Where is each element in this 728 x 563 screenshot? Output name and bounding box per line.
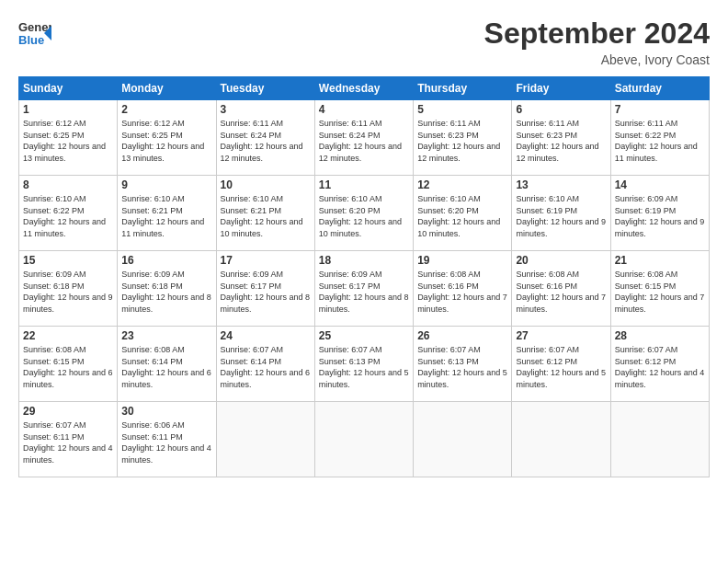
day-number: 23 bbox=[121, 329, 211, 342]
day-info: Sunrise: 6:11 AMSunset: 6:23 PMDaylight:… bbox=[417, 118, 507, 164]
table-row: 10Sunrise: 6:10 AMSunset: 6:21 PMDayligh… bbox=[216, 176, 314, 251]
day-info: Sunrise: 6:07 AMSunset: 6:12 PMDaylight:… bbox=[516, 344, 606, 390]
title-block: September 2024 Abeve, Ivory Coast bbox=[484, 17, 710, 67]
table-row: 28Sunrise: 6:07 AMSunset: 6:12 PMDayligh… bbox=[610, 327, 709, 402]
col-thursday: Thursday bbox=[414, 77, 512, 100]
day-info: Sunrise: 6:09 AMSunset: 6:17 PMDaylight:… bbox=[221, 269, 311, 315]
day-info: Sunrise: 6:10 AMSunset: 6:22 PMDaylight:… bbox=[23, 193, 113, 239]
day-info: Sunrise: 6:10 AMSunset: 6:21 PMDaylight:… bbox=[121, 193, 211, 239]
table-row: 23Sunrise: 6:08 AMSunset: 6:14 PMDayligh… bbox=[118, 327, 216, 402]
day-number: 10 bbox=[221, 178, 311, 191]
logo: General Blue bbox=[18, 17, 51, 50]
table-row: 16Sunrise: 6:09 AMSunset: 6:18 PMDayligh… bbox=[118, 251, 216, 327]
empty-cell bbox=[216, 402, 314, 477]
day-number: 6 bbox=[516, 103, 606, 116]
day-info: Sunrise: 6:07 AMSunset: 6:11 PMDaylight:… bbox=[23, 419, 113, 465]
day-info: Sunrise: 6:08 AMSunset: 6:16 PMDaylight:… bbox=[417, 269, 507, 315]
day-number: 28 bbox=[615, 329, 705, 342]
table-row: 30Sunrise: 6:06 AMSunset: 6:11 PMDayligh… bbox=[118, 402, 216, 477]
table-row: 20Sunrise: 6:08 AMSunset: 6:16 PMDayligh… bbox=[512, 251, 610, 327]
day-info: Sunrise: 6:10 AMSunset: 6:19 PMDaylight:… bbox=[516, 193, 606, 239]
day-info: Sunrise: 6:08 AMSunset: 6:14 PMDaylight:… bbox=[121, 344, 211, 390]
table-row: 17Sunrise: 6:09 AMSunset: 6:17 PMDayligh… bbox=[216, 251, 314, 327]
col-monday: Monday bbox=[118, 77, 216, 100]
table-row: 7Sunrise: 6:11 AMSunset: 6:22 PMDaylight… bbox=[610, 100, 709, 176]
day-info: Sunrise: 6:10 AMSunset: 6:20 PMDaylight:… bbox=[417, 193, 507, 239]
table-row: 25Sunrise: 6:07 AMSunset: 6:13 PMDayligh… bbox=[314, 327, 413, 402]
calendar-row: 29Sunrise: 6:07 AMSunset: 6:11 PMDayligh… bbox=[19, 402, 710, 477]
col-sunday: Sunday bbox=[19, 77, 118, 100]
table-row: 12Sunrise: 6:10 AMSunset: 6:20 PMDayligh… bbox=[414, 176, 512, 251]
day-number: 12 bbox=[417, 178, 507, 191]
day-number: 22 bbox=[23, 329, 113, 342]
month-title: September 2024 bbox=[484, 17, 710, 51]
calendar-row: 22Sunrise: 6:08 AMSunset: 6:15 PMDayligh… bbox=[19, 327, 710, 402]
calendar-row: 8Sunrise: 6:10 AMSunset: 6:22 PMDaylight… bbox=[19, 176, 710, 251]
table-row: 2Sunrise: 6:12 AMSunset: 6:25 PMDaylight… bbox=[118, 100, 216, 176]
day-info: Sunrise: 6:07 AMSunset: 6:12 PMDaylight:… bbox=[615, 344, 705, 390]
day-info: Sunrise: 6:12 AMSunset: 6:25 PMDaylight:… bbox=[23, 118, 113, 164]
table-row: 13Sunrise: 6:10 AMSunset: 6:19 PMDayligh… bbox=[512, 176, 610, 251]
day-number: 29 bbox=[23, 405, 113, 418]
table-row: 1Sunrise: 6:12 AMSunset: 6:25 PMDaylight… bbox=[19, 100, 118, 176]
day-info: Sunrise: 6:09 AMSunset: 6:18 PMDaylight:… bbox=[23, 269, 113, 315]
day-number: 4 bbox=[319, 103, 409, 116]
table-row: 8Sunrise: 6:10 AMSunset: 6:22 PMDaylight… bbox=[19, 176, 118, 251]
day-info: Sunrise: 6:08 AMSunset: 6:15 PMDaylight:… bbox=[615, 269, 705, 315]
table-row: 21Sunrise: 6:08 AMSunset: 6:15 PMDayligh… bbox=[610, 251, 709, 327]
day-info: Sunrise: 6:08 AMSunset: 6:16 PMDaylight:… bbox=[516, 269, 606, 315]
day-number: 5 bbox=[417, 103, 507, 116]
day-number: 18 bbox=[319, 254, 409, 267]
calendar-row: 1Sunrise: 6:12 AMSunset: 6:25 PMDaylight… bbox=[19, 100, 710, 176]
day-info: Sunrise: 6:06 AMSunset: 6:11 PMDaylight:… bbox=[121, 419, 211, 465]
day-info: Sunrise: 6:12 AMSunset: 6:25 PMDaylight:… bbox=[121, 118, 211, 164]
page: General Blue September 2024 Abeve, Ivory… bbox=[0, 0, 728, 563]
day-info: Sunrise: 6:07 AMSunset: 6:13 PMDaylight:… bbox=[319, 344, 409, 390]
day-number: 14 bbox=[615, 178, 705, 191]
empty-cell bbox=[414, 402, 512, 477]
day-number: 30 bbox=[121, 405, 211, 418]
col-saturday: Saturday bbox=[610, 77, 709, 100]
calendar-header-row: Sunday Monday Tuesday Wednesday Thursday… bbox=[19, 77, 710, 100]
table-row: 24Sunrise: 6:07 AMSunset: 6:14 PMDayligh… bbox=[216, 327, 314, 402]
day-info: Sunrise: 6:08 AMSunset: 6:15 PMDaylight:… bbox=[23, 344, 113, 390]
table-row: 11Sunrise: 6:10 AMSunset: 6:20 PMDayligh… bbox=[314, 176, 413, 251]
table-row: 18Sunrise: 6:09 AMSunset: 6:17 PMDayligh… bbox=[314, 251, 413, 327]
day-number: 15 bbox=[23, 254, 113, 267]
day-number: 27 bbox=[516, 329, 606, 342]
table-row: 15Sunrise: 6:09 AMSunset: 6:18 PMDayligh… bbox=[19, 251, 118, 327]
day-info: Sunrise: 6:09 AMSunset: 6:17 PMDaylight:… bbox=[319, 269, 409, 315]
day-number: 1 bbox=[23, 103, 113, 116]
day-number: 20 bbox=[516, 254, 606, 267]
table-row: 4Sunrise: 6:11 AMSunset: 6:24 PMDaylight… bbox=[314, 100, 413, 176]
day-info: Sunrise: 6:11 AMSunset: 6:23 PMDaylight:… bbox=[516, 118, 606, 164]
day-number: 9 bbox=[121, 178, 211, 191]
location: Abeve, Ivory Coast bbox=[484, 52, 710, 67]
table-row: 27Sunrise: 6:07 AMSunset: 6:12 PMDayligh… bbox=[512, 327, 610, 402]
day-number: 17 bbox=[221, 254, 311, 267]
calendar-row: 15Sunrise: 6:09 AMSunset: 6:18 PMDayligh… bbox=[19, 251, 710, 327]
table-row: 6Sunrise: 6:11 AMSunset: 6:23 PMDaylight… bbox=[512, 100, 610, 176]
table-row: 3Sunrise: 6:11 AMSunset: 6:24 PMDaylight… bbox=[216, 100, 314, 176]
day-number: 16 bbox=[121, 254, 211, 267]
day-number: 25 bbox=[319, 329, 409, 342]
day-info: Sunrise: 6:11 AMSunset: 6:22 PMDaylight:… bbox=[615, 118, 705, 164]
col-wednesday: Wednesday bbox=[314, 77, 413, 100]
empty-cell bbox=[610, 402, 709, 477]
empty-cell bbox=[314, 402, 413, 477]
day-info: Sunrise: 6:10 AMSunset: 6:21 PMDaylight:… bbox=[221, 193, 311, 239]
header: General Blue September 2024 Abeve, Ivory… bbox=[18, 17, 710, 67]
day-number: 3 bbox=[221, 103, 311, 116]
day-info: Sunrise: 6:07 AMSunset: 6:14 PMDaylight:… bbox=[221, 344, 311, 390]
empty-cell bbox=[512, 402, 610, 477]
svg-text:Blue: Blue bbox=[18, 33, 44, 47]
table-row: 26Sunrise: 6:07 AMSunset: 6:13 PMDayligh… bbox=[414, 327, 512, 402]
day-number: 24 bbox=[221, 329, 311, 342]
day-number: 26 bbox=[417, 329, 507, 342]
day-info: Sunrise: 6:10 AMSunset: 6:20 PMDaylight:… bbox=[319, 193, 409, 239]
table-row: 22Sunrise: 6:08 AMSunset: 6:15 PMDayligh… bbox=[19, 327, 118, 402]
table-row: 19Sunrise: 6:08 AMSunset: 6:16 PMDayligh… bbox=[414, 251, 512, 327]
table-row: 14Sunrise: 6:09 AMSunset: 6:19 PMDayligh… bbox=[610, 176, 709, 251]
day-number: 2 bbox=[121, 103, 211, 116]
day-info: Sunrise: 6:07 AMSunset: 6:13 PMDaylight:… bbox=[417, 344, 507, 390]
